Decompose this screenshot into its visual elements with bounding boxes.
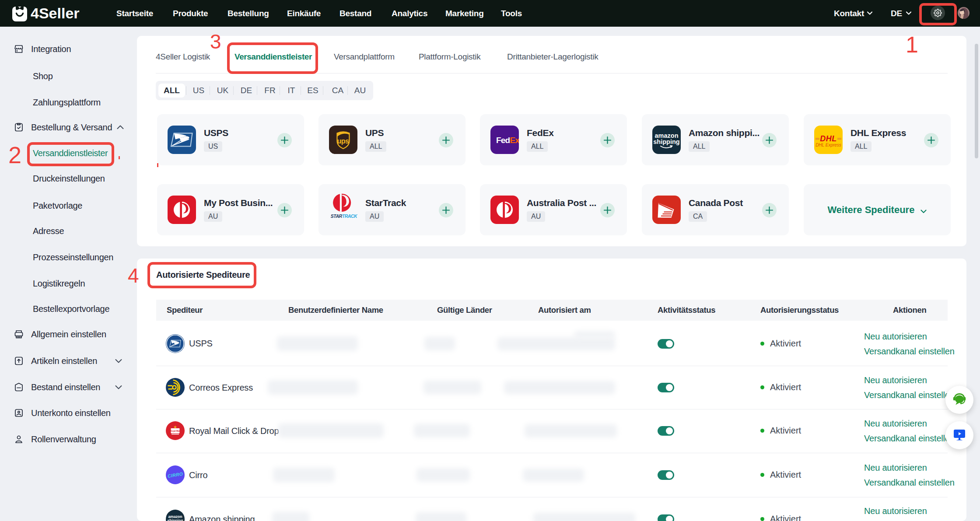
svg-text:Royal Mail: Royal Mail [170, 430, 181, 432]
svg-text:FedEx: FedEx [496, 136, 519, 145]
svg-text:STARTRACK: STARTRACK [331, 213, 357, 219]
svg-text:shipping: shipping [168, 518, 183, 521]
svg-text:DHL Express: DHL Express [816, 143, 841, 147]
svg-text:shipping: shipping [653, 138, 679, 145]
svg-text:ups: ups [337, 137, 350, 145]
svg-text:DHL: DHL [820, 134, 837, 143]
